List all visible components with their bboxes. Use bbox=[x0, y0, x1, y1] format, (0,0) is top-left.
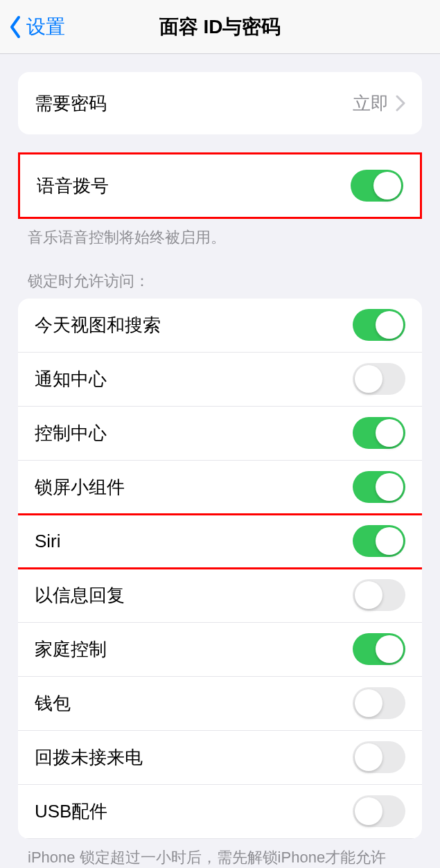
lock-item-toggle[interactable] bbox=[353, 633, 405, 665]
chevron-right-icon bbox=[396, 95, 405, 112]
lock-item-row: 以信息回复 bbox=[18, 569, 422, 623]
lock-item-toggle[interactable] bbox=[353, 363, 405, 395]
lock-item-label: 通知中心 bbox=[35, 367, 353, 391]
lock-item-label: 控制中心 bbox=[35, 421, 353, 445]
lock-item-label: 家庭控制 bbox=[35, 637, 353, 662]
lock-item-label: 以信息回复 bbox=[35, 583, 353, 608]
voice-dial-note: 音乐语音控制将始终被启用。 bbox=[28, 227, 412, 249]
lock-item-label: 锁屏小组件 bbox=[35, 475, 353, 499]
lock-item-row: USB配件 bbox=[18, 785, 422, 839]
voice-dial-toggle[interactable] bbox=[351, 170, 403, 202]
lock-item-row: 锁屏小组件 bbox=[18, 461, 422, 515]
voice-dial-row: 语音拨号 bbox=[20, 154, 420, 217]
lock-access-group: 今天视图和搜索通知中心控制中心锁屏小组件Siri以信息回复家庭控制钱包回拨未接来… bbox=[18, 299, 422, 839]
lock-item-toggle[interactable] bbox=[353, 687, 405, 719]
lock-item-label: Siri bbox=[35, 531, 353, 552]
back-button[interactable]: 设置 bbox=[0, 14, 65, 40]
lock-item-toggle[interactable] bbox=[353, 309, 405, 341]
navbar: 设置 面容 ID与密码 bbox=[0, 0, 440, 54]
lock-item-row: Siri bbox=[18, 515, 422, 569]
require-passcode-group: 需要密码 立即 bbox=[18, 72, 422, 134]
lock-item-row: 控制中心 bbox=[18, 407, 422, 461]
lock-item-label: USB配件 bbox=[35, 799, 353, 824]
lock-item-row: 今天视图和搜索 bbox=[18, 299, 422, 353]
lock-item-label: 钱包 bbox=[35, 691, 353, 716]
lock-item-row: 钱包 bbox=[18, 677, 422, 731]
usb-note: iPhone 锁定超过一小时后，需先解锁iPhone才能允许USB 配件连接。 bbox=[28, 847, 412, 868]
lock-item-label: 回拨未接来电 bbox=[35, 745, 353, 770]
lock-item-toggle[interactable] bbox=[353, 525, 405, 557]
require-passcode-label: 需要密码 bbox=[35, 91, 353, 116]
lock-item-toggle[interactable] bbox=[353, 471, 405, 503]
lock-section-header: 锁定时允许访问： bbox=[28, 271, 412, 292]
lock-item-toggle[interactable] bbox=[353, 579, 405, 611]
page-title: 面容 ID与密码 bbox=[0, 14, 440, 40]
require-passcode-row[interactable]: 需要密码 立即 bbox=[18, 72, 422, 134]
lock-item-row: 家庭控制 bbox=[18, 623, 422, 677]
content: 需要密码 立即 语音拨号 音乐语音控制将始终被启用。 锁定时允许访问： 今天视图… bbox=[0, 72, 440, 868]
lock-item-label: 今天视图和搜索 bbox=[35, 313, 353, 337]
voice-dial-group: 语音拨号 bbox=[18, 152, 422, 219]
lock-item-toggle[interactable] bbox=[353, 741, 405, 773]
voice-dial-label: 语音拨号 bbox=[37, 174, 351, 198]
require-passcode-value: 立即 bbox=[353, 91, 389, 116]
lock-item-toggle[interactable] bbox=[353, 795, 405, 827]
chevron-left-icon bbox=[8, 15, 22, 39]
back-label: 设置 bbox=[26, 14, 65, 40]
lock-item-toggle[interactable] bbox=[353, 417, 405, 449]
lock-item-row: 通知中心 bbox=[18, 353, 422, 407]
lock-item-row: 回拨未接来电 bbox=[18, 731, 422, 785]
